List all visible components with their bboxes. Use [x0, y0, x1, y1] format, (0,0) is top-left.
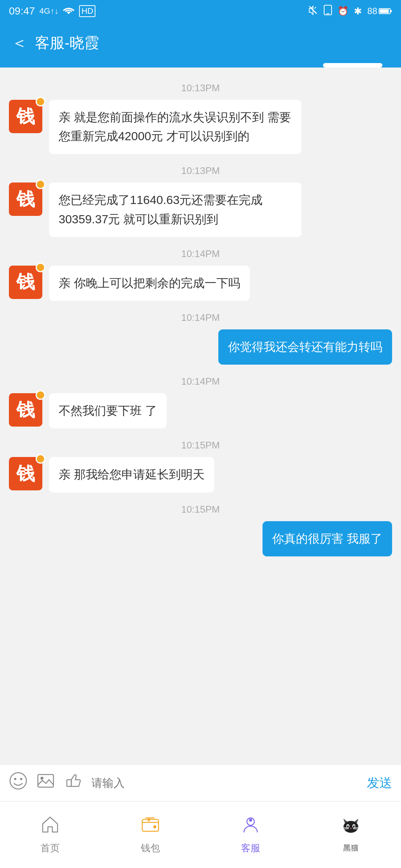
mute-icon [308, 5, 318, 17]
svg-point-17 [343, 821, 358, 833]
svg-rect-4 [380, 9, 389, 13]
battery-level: 88 [367, 6, 392, 16]
wallet-label: 钱包 [141, 842, 160, 855]
emoji-button[interactable] [9, 772, 27, 795]
message-row-5: 钱 不然我们要下班 了 [9, 393, 392, 428]
input-bar: 发送 [0, 764, 401, 801]
timestamp-5: 10:14PM [9, 376, 392, 387]
svg-rect-11 [67, 780, 71, 786]
svg-rect-12 [142, 819, 159, 831]
timestamp-2: 10:13PM [9, 165, 392, 177]
status-wifi-icon [63, 5, 75, 17]
svg-line-30 [353, 829, 358, 829]
alarm-icon: ⏰ [338, 6, 349, 16]
message-row-3: 钱 亲 你晚上可以把剩余的完成一下吗 [9, 266, 392, 301]
agent-avatar-6: 钱 [9, 457, 42, 490]
home-label: 首页 [40, 842, 60, 855]
avatar-badge [36, 97, 45, 106]
avatar-badge-2 [36, 180, 45, 189]
home-icon [40, 815, 60, 839]
message-row-7: 你真的很厉害 我服了 [9, 521, 392, 556]
nav-item-home[interactable]: 首页 [0, 815, 100, 855]
message-row-1: 钱 亲 就是您前面操作的流水失误识别不到 需要您重新完成42000元 才可以识别… [9, 100, 392, 154]
status-right: ⏰ ✱ 88 [308, 5, 392, 17]
avatar-badge-3 [36, 263, 45, 272]
timestamp-1: 10:13PM [9, 82, 392, 94]
svg-line-29 [353, 828, 358, 828]
svg-point-10 [40, 777, 43, 780]
message-row-4: 你觉得我还会转还有能力转吗 [9, 329, 392, 365]
svg-point-24 [347, 825, 349, 828]
message-row-2: 钱 您已经完成了11640.63元还需要在完成 30359.37元 就可以重新识… [9, 183, 392, 237]
svg-point-7 [14, 778, 16, 780]
timestamp-3: 10:14PM [9, 248, 392, 260]
wallet-icon: ¥ [141, 815, 160, 839]
active-tab-indicator [323, 63, 382, 68]
status-network: 4G↑↓ [39, 6, 58, 16]
service-label: 客服 [241, 842, 260, 855]
svg-rect-5 [390, 10, 392, 12]
bottom-nav: 首页 ¥ 钱包 客服 [0, 801, 401, 868]
timestamp-7: 10:15PM [9, 504, 392, 515]
status-time: 09:47 [9, 5, 35, 17]
agent-avatar-3: 钱 [9, 266, 42, 299]
svg-line-27 [343, 828, 349, 828]
message-bubble-4: 你觉得我还会转还有能力转吗 [218, 329, 392, 365]
message-bubble-1: 亲 就是您前面操作的流水失误识别不到 需要您重新完成42000元 才可以识别到的 [49, 100, 301, 154]
agent-avatar-5: 钱 [9, 393, 42, 427]
message-bubble-3: 亲 你晚上可以把剩余的完成一下吗 [49, 266, 250, 301]
svg-point-25 [353, 825, 355, 828]
send-button[interactable]: 发送 [367, 775, 392, 792]
nav-item-wallet[interactable]: ¥ 钱包 [100, 815, 200, 855]
timestamp-4: 10:14PM [9, 312, 392, 323]
blackcat-label: 黑猫 [343, 843, 359, 853]
timestamp-6: 10:15PM [9, 440, 392, 451]
avatar-badge-5 [36, 390, 45, 400]
svg-text:¥: ¥ [147, 817, 150, 823]
phone-icon [323, 5, 332, 17]
chat-area: 10:13PM 钱 亲 就是您前面操作的流水失误识别不到 需要您重新完成4200… [0, 68, 401, 764]
agent-avatar-2: 钱 [9, 183, 42, 216]
header-title: 客服-晓霞 [35, 33, 99, 53]
message-input[interactable] [91, 777, 358, 789]
svg-rect-9 [38, 775, 53, 787]
svg-point-6 [10, 773, 26, 789]
back-button[interactable]: ＜ [11, 34, 27, 51]
message-bubble-7: 你真的很厉害 我服了 [263, 521, 392, 556]
thumb-button[interactable] [64, 772, 82, 795]
nav-item-service[interactable]: 客服 [200, 815, 301, 855]
svg-point-8 [20, 778, 22, 780]
message-bubble-5: 不然我们要下班 了 [49, 393, 167, 428]
svg-line-28 [343, 829, 349, 829]
status-hd: HD [79, 5, 95, 17]
image-button[interactable] [36, 772, 55, 795]
bluetooth-icon: ✱ [354, 6, 362, 17]
message-row-6: 钱 亲 那我给您申请延长到明天 [9, 457, 392, 492]
status-bar: 09:47 4G↑↓ HD ⏰ ✱ 88 [0, 0, 401, 22]
tab-indicator-bar [0, 63, 401, 68]
chat-header: ＜ 客服-晓霞 [0, 22, 401, 63]
status-left: 09:47 4G↑↓ HD [9, 5, 95, 17]
svg-point-13 [153, 825, 156, 828]
service-icon [241, 815, 260, 839]
message-bubble-2: 您已经完成了11640.63元还需要在完成 30359.37元 就可以重新识别到 [49, 183, 301, 237]
nav-item-blackcat[interactable]: 黑猫 [301, 816, 401, 853]
agent-avatar-1: 钱 [9, 100, 42, 133]
blackcat-icon [340, 816, 362, 840]
svg-point-16 [249, 819, 252, 822]
message-bubble-6: 亲 那我给您申请延长到明天 [49, 457, 214, 492]
avatar-badge-6 [36, 454, 45, 464]
